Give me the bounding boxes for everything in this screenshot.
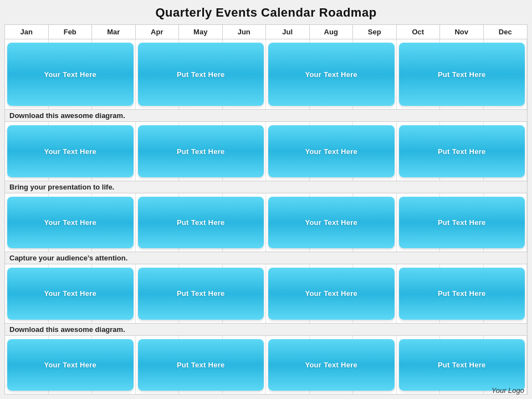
month-header: JanFebMarAprMayJunJulAugSepOctNovDec	[4, 24, 528, 39]
row-label-2: Bring your presentation to life.	[4, 181, 528, 193]
event-block-r1-e0[interactable]: Your Text Here	[7, 125, 134, 177]
event-block-r2-e2[interactable]: Your Text Here	[268, 197, 395, 248]
event-row-4: Your Text HerePut Text HereYour Text Her…	[4, 335, 528, 395]
event-block-r0-e0[interactable]: Your Text Here	[7, 43, 134, 106]
month-cell-jun: Jun	[223, 25, 267, 39]
event-block-r4-e2[interactable]: Your Text Here	[268, 339, 395, 391]
event-block-r4-e0[interactable]: Your Text Here	[7, 339, 134, 391]
logo: Your Logo	[492, 386, 524, 395]
month-cell-feb: Feb	[49, 25, 93, 39]
event-block-r4-e1[interactable]: Put Text Here	[138, 339, 264, 391]
month-cell-nov: Nov	[440, 25, 484, 39]
month-cell-aug: Aug	[310, 25, 354, 39]
row-group-4: Download this awesome diagram.Your Text …	[4, 324, 528, 395]
row-label-4: Download this awesome diagram.	[4, 324, 528, 335]
month-cell-jan: Jan	[5, 25, 49, 39]
event-block-r3-e1[interactable]: Put Text Here	[138, 268, 264, 319]
month-cell-sep: Sep	[353, 25, 397, 39]
month-cell-oct: Oct	[397, 25, 441, 39]
month-cell-mar: Mar	[92, 25, 136, 39]
event-row-0: Your Text HerePut Text HereYour Text Her…	[4, 39, 528, 110]
month-cell-jul: Jul	[266, 25, 310, 39]
event-block-r1-e2[interactable]: Your Text Here	[268, 125, 395, 177]
event-row-3: Your Text HerePut Text HereYour Text Her…	[4, 264, 528, 323]
event-block-r0-e1[interactable]: Put Text Here	[138, 43, 264, 106]
event-row-1: Your Text HerePut Text HereYour Text Her…	[4, 121, 528, 181]
row-group-1: Download this awesome diagram.Your Text …	[4, 110, 528, 181]
event-block-r4-e3[interactable]: Put Text Here	[399, 339, 525, 391]
row-group-0: Your Text HerePut Text HereYour Text Her…	[4, 39, 528, 110]
event-block-r2-e1[interactable]: Put Text Here	[138, 197, 264, 248]
row-label-1: Download this awesome diagram.	[4, 110, 528, 121]
event-block-r1-e3[interactable]: Put Text Here	[399, 125, 525, 177]
event-block-r2-e0[interactable]: Your Text Here	[7, 197, 134, 248]
row-group-3: Capture your audience’s attention.Your T…	[4, 252, 528, 323]
event-block-r3-e0[interactable]: Your Text Here	[7, 268, 134, 319]
event-block-r3-e2[interactable]: Your Text Here	[268, 268, 395, 319]
event-row-2: Your Text HerePut Text HereYour Text Her…	[4, 193, 528, 252]
page: Quarterly Events Calendar Roadmap JanFeb…	[0, 0, 532, 399]
page-title: Quarterly Events Calendar Roadmap	[4, 6, 528, 20]
month-cell-apr: Apr	[136, 25, 180, 39]
row-label-3: Capture your audience’s attention.	[4, 252, 528, 264]
event-block-r2-e3[interactable]: Put Text Here	[399, 197, 525, 248]
event-block-r0-e3[interactable]: Put Text Here	[399, 43, 525, 106]
event-block-r3-e3[interactable]: Put Text Here	[399, 268, 525, 319]
row-group-2: Bring your presentation to life.Your Tex…	[4, 181, 528, 252]
calendar-grid: JanFebMarAprMayJunJulAugSepOctNovDec You…	[4, 24, 528, 395]
month-cell-dec: Dec	[484, 25, 528, 39]
event-block-r1-e1[interactable]: Put Text Here	[138, 125, 264, 177]
month-cell-may: May	[179, 25, 223, 39]
event-block-r0-e2[interactable]: Your Text Here	[268, 43, 395, 106]
